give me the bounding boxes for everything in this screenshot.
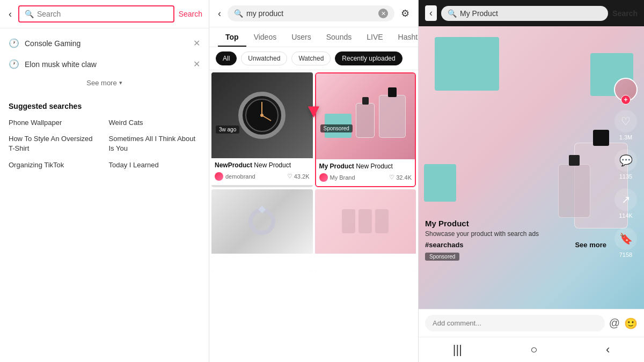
suggested-item[interactable]: Phone Wallpaper — [9, 118, 100, 128]
like-button[interactable]: ♡ 1.3M — [614, 110, 637, 141]
filter-icon[interactable]: ⚙ — [399, 5, 412, 21]
svg-point-4 — [260, 114, 264, 117]
search-button-video[interactable]: Search — [612, 9, 638, 18]
search-query-text: my product — [246, 9, 378, 18]
search-icon: 🔍 — [25, 10, 34, 18]
comment-bar: @ 🙂 — [419, 309, 644, 337]
user-name: demobrand — [225, 173, 255, 180]
result-card-flowers[interactable] — [315, 189, 416, 272]
back-button[interactable]: ‹ — [216, 6, 223, 21]
search-header: ‹ 🔍 Search — [0, 0, 209, 28]
heart-icon: ♡ — [287, 173, 292, 180]
card-meta-sponsored: My Brand ♡ 32.4K — [319, 173, 412, 182]
bookmark-button[interactable]: 🔖 7158 — [614, 227, 637, 258]
tab-videos[interactable]: Videos — [246, 27, 284, 47]
recent-item[interactable]: 🕐 Console Gaming ✕ — [0, 33, 209, 54]
tab-hashtags[interactable]: Hashtags — [391, 27, 418, 47]
search-icon-video: 🔍 — [448, 9, 457, 18]
follow-plus-icon[interactable]: + — [621, 95, 631, 105]
sponsored-badge: Sponsored — [320, 124, 353, 132]
recent-item-text: Console Gaming — [25, 39, 80, 48]
see-more-button[interactable]: See more ▾ — [0, 75, 209, 91]
result-card-watch[interactable]: 3w ago NewProduct New Product demobrand — [211, 72, 313, 187]
second-perfume-bottle — [558, 164, 590, 218]
nav-menu-icon[interactable]: ||| — [453, 343, 462, 357]
recent-item-left: 🕐 Elon musk white claw — [9, 59, 97, 69]
tab-users[interactable]: Users — [284, 27, 319, 47]
card-title-sponsored: My Product New Product — [319, 162, 412, 171]
sponsored-tag: Sponsored — [425, 253, 459, 261]
suggested-item[interactable]: Organizing TikTok — [9, 160, 100, 170]
result-card-ring[interactable] — [211, 189, 313, 272]
share-icon: ↗ — [614, 188, 637, 211]
search-box[interactable]: 🔍 — [18, 5, 174, 23]
comment-input[interactable] — [425, 315, 605, 331]
filter-unwatched[interactable]: Unwatched — [241, 51, 287, 65]
filter-all[interactable]: All — [216, 51, 237, 65]
close-icon[interactable]: ✕ — [193, 38, 200, 48]
emoji-icon[interactable]: 🙂 — [624, 317, 638, 330]
perfume-second-cap — [569, 155, 580, 166]
back-button[interactable]: ‹ — [6, 6, 14, 22]
clock-icon: 🕐 — [9, 59, 19, 69]
flowers-visual — [342, 209, 389, 233]
perfume-bottle-large — [379, 95, 406, 138]
comment-icon: 💬 — [614, 149, 637, 172]
back-button-video[interactable]: ‹ — [425, 5, 437, 21]
tab-live[interactable]: LIVE — [359, 27, 390, 47]
share-button[interactable]: ↗ 114K — [614, 188, 637, 219]
search-button[interactable]: Search — [179, 10, 202, 18]
result-card-sponsored[interactable]: Sponsored My Product New Product My Bran… — [315, 72, 416, 187]
recent-item[interactable]: 🕐 Elon musk white claw ✕ — [0, 54, 209, 75]
suggested-title: Suggested searches — [9, 102, 200, 110]
hashtag[interactable]: #searchads — [425, 241, 464, 249]
likes-count-sponsored: ♡ 32.4K — [389, 174, 412, 181]
search-tabs: Top Videos Users Sounds LIVE Hashtags — [209, 27, 418, 47]
results-grid: 3w ago NewProduct New Product demobrand — [209, 70, 418, 274]
suggested-searches-section: Suggested searches Phone Wallpaper Weird… — [0, 95, 209, 176]
gem — [258, 206, 266, 213]
clock-icon: 🕐 — [9, 38, 19, 48]
search-input[interactable] — [37, 10, 168, 18]
flower-bottle-2 — [358, 209, 372, 233]
user-name-sponsored: My Brand — [330, 174, 355, 181]
creator-avatar[interactable]: + — [614, 78, 638, 101]
comments-count: 1135 — [619, 173, 632, 180]
card-info-flowers — [315, 254, 416, 272]
search-box-2[interactable]: 🔍 my product ✕ — [228, 5, 394, 21]
suggested-item[interactable]: Today I Learned — [109, 160, 201, 170]
filter-recently-uploaded[interactable]: Recently uploaded — [335, 51, 402, 65]
nav-back-icon[interactable]: ‹ — [606, 343, 610, 357]
video-title: My Product — [425, 219, 606, 228]
mention-icon[interactable]: @ — [609, 317, 620, 329]
recent-item-text: Elon musk white claw — [25, 60, 97, 69]
comment-button[interactable]: 💬 1135 — [614, 149, 637, 180]
user-avatar-sponsored — [319, 173, 328, 182]
suggested-item[interactable]: Sometimes All I Think About Is You — [109, 134, 201, 153]
suggested-item[interactable]: Weird Cats — [109, 118, 201, 128]
see-more-label: See more — [86, 79, 116, 87]
recent-items-list: 🕐 Console Gaming ✕ 🕐 Elon musk white cla… — [0, 28, 209, 95]
teal-box-3 — [424, 164, 456, 202]
perfume-cap — [362, 97, 369, 105]
search-suggestions-panel: ‹ 🔍 Search 🕐 Console Gaming ✕ 🕐 Elon mus… — [0, 0, 209, 362]
search-box-video[interactable]: 🔍 My Product — [441, 6, 608, 21]
watch-thumbnail — [211, 72, 313, 158]
close-icon[interactable]: ✕ — [193, 59, 200, 69]
tab-top[interactable]: Top — [218, 27, 246, 47]
suggested-item[interactable]: How To Style An Oversized T-Shirt — [9, 134, 100, 153]
user-avatar — [215, 172, 223, 181]
flowers-thumbnail — [315, 189, 416, 254]
see-more-link[interactable]: See more — [575, 241, 606, 249]
heart-icon: ♡ — [614, 110, 637, 132]
clear-button[interactable]: ✕ — [378, 9, 388, 18]
results-content: 3w ago NewProduct New Product demobrand — [209, 70, 418, 362]
bookmarks-count: 7158 — [619, 252, 632, 258]
card-info-sponsored: My Product New Product My Brand ♡ 32.4K — [316, 159, 415, 186]
tab-sounds[interactable]: Sounds — [319, 27, 359, 47]
heart-icon: ♡ — [389, 174, 394, 181]
nav-home-icon[interactable]: ○ — [530, 343, 537, 357]
filter-chips-row: All Unwatched Watched Recently uploaded — [209, 47, 418, 70]
ring-visual — [248, 208, 275, 235]
filter-watched[interactable]: Watched — [291, 51, 331, 65]
